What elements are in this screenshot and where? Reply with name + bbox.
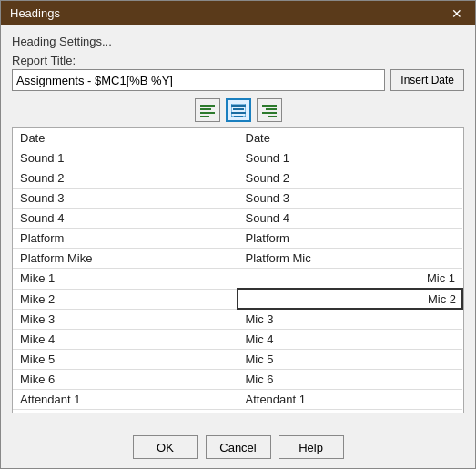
align-center-icon bbox=[231, 104, 246, 117]
table-row[interactable]: Mike 4Mic 4 bbox=[13, 330, 462, 350]
svg-rect-4 bbox=[231, 105, 246, 107]
table-cell-col1: Sound 4 bbox=[13, 209, 238, 229]
svg-rect-9 bbox=[262, 105, 277, 107]
table-cell-col2: Sound 2 bbox=[238, 168, 462, 189]
align-left-button[interactable] bbox=[195, 98, 220, 122]
dialog-footer: OK Cancel Help bbox=[1, 430, 475, 468]
table-row[interactable]: Sound 1Sound 1 bbox=[13, 148, 462, 168]
table-row[interactable]: DateDate bbox=[13, 128, 462, 148]
svg-rect-1 bbox=[200, 108, 211, 110]
section-label: Heading Settings... bbox=[12, 35, 464, 48]
help-button[interactable]: Help bbox=[279, 435, 344, 459]
table-cell-col1: Sound 1 bbox=[13, 148, 238, 168]
table-row[interactable]: Sound 4Sound 4 bbox=[13, 209, 462, 229]
report-title-input[interactable] bbox=[12, 69, 385, 91]
table-cell-col1: Mike 1 bbox=[13, 269, 238, 290]
table-row[interactable]: Mike 2Mic 2 bbox=[13, 289, 462, 309]
dialog-body: Heading Settings... Report Title: Insert… bbox=[1, 25, 475, 430]
table-row[interactable]: Sound 3Sound 3 bbox=[13, 189, 462, 209]
table-cell-col1: Date bbox=[13, 128, 238, 148]
svg-rect-2 bbox=[200, 112, 215, 114]
table-cell-col2: Mic 6 bbox=[238, 370, 462, 390]
table-cell-col1: Mike 5 bbox=[13, 350, 238, 370]
table-cell-col2: Mic 3 bbox=[238, 309, 462, 330]
table-cell-col2: Mic 5 bbox=[238, 350, 462, 370]
svg-rect-12 bbox=[268, 116, 277, 117]
headings-table: DateDateSound 1Sound 1Sound 2Sound 2Soun… bbox=[13, 128, 463, 410]
table-cell-col2: Sound 4 bbox=[238, 209, 462, 229]
svg-rect-5 bbox=[233, 108, 244, 110]
table-cell-col1: Attendant 1 bbox=[13, 390, 238, 410]
table-row[interactable]: Mike 3Mic 3 bbox=[13, 309, 462, 330]
table-cell-col1: Platform Mike bbox=[13, 249, 238, 269]
table-row[interactable]: Mike 5Mic 5 bbox=[13, 350, 462, 370]
svg-rect-11 bbox=[262, 112, 277, 114]
align-left-icon bbox=[200, 104, 215, 117]
svg-rect-3 bbox=[200, 116, 209, 117]
table-row[interactable]: Platform MikePlatform Mic bbox=[13, 249, 462, 269]
svg-rect-0 bbox=[200, 105, 215, 107]
table-row[interactable]: Sound 2Sound 2 bbox=[13, 168, 462, 189]
table-row[interactable]: Mike 1Mic 1 bbox=[13, 269, 462, 290]
table-cell-col2: Sound 3 bbox=[238, 189, 462, 209]
ok-button[interactable]: OK bbox=[133, 435, 198, 459]
align-right-icon bbox=[262, 104, 277, 117]
table-cell-col1: Mike 6 bbox=[13, 370, 238, 390]
report-title-row: Insert Date bbox=[12, 69, 464, 91]
close-button[interactable]: ✕ bbox=[448, 7, 466, 20]
align-center-button[interactable] bbox=[226, 98, 251, 122]
table-cell-col1: Mike 4 bbox=[13, 330, 238, 350]
svg-rect-10 bbox=[266, 108, 277, 110]
table-cell-col2: Platform Mic bbox=[238, 249, 462, 269]
table-cell-col2: Platform bbox=[238, 229, 462, 249]
align-right-button[interactable] bbox=[257, 98, 282, 122]
table-cell-col1: Platform bbox=[13, 229, 238, 249]
table-cell-col2: Mic 2 bbox=[238, 289, 462, 309]
headings-dialog: Headings ✕ Heading Settings... Report Ti… bbox=[0, 0, 476, 469]
cancel-button[interactable]: Cancel bbox=[206, 435, 271, 459]
table-row[interactable]: Mike 6Mic 6 bbox=[13, 370, 462, 390]
title-bar: Headings ✕ bbox=[1, 1, 475, 25]
insert-date-button[interactable]: Insert Date bbox=[390, 69, 464, 91]
headings-table-container: DateDateSound 1Sound 1Sound 2Sound 2Soun… bbox=[12, 127, 464, 413]
svg-rect-6 bbox=[231, 112, 246, 114]
toolbar bbox=[12, 98, 464, 122]
table-cell-col2: Mic 4 bbox=[238, 330, 462, 350]
table-cell-col2: Mic 1 bbox=[238, 269, 462, 290]
table-cell-col1: Sound 2 bbox=[13, 168, 238, 189]
table-cell-col2: Date bbox=[238, 128, 462, 148]
dialog-title: Headings bbox=[10, 6, 60, 20]
table-row[interactable]: Attendant 1Attendant 1 bbox=[13, 390, 462, 410]
report-title-label: Report Title: bbox=[12, 54, 464, 67]
table-cell-col2: Sound 1 bbox=[238, 148, 462, 168]
table-cell-col1: Mike 2 bbox=[13, 289, 238, 309]
table-cell-col1: Mike 3 bbox=[13, 309, 238, 330]
table-cell-col2: Attendant 1 bbox=[238, 390, 462, 410]
table-row[interactable]: PlatformPlatform bbox=[13, 229, 462, 249]
table-cell-col1: Sound 3 bbox=[13, 189, 238, 209]
